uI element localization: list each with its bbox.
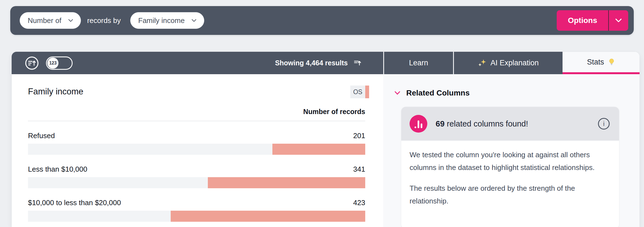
related-columns-header[interactable]: Related Columns bbox=[393, 89, 640, 97]
tab-ai-explanation-label: AI Explanation bbox=[490, 59, 539, 67]
sparkles-icon bbox=[478, 59, 487, 68]
column-type-badge[interactable]: OS bbox=[350, 86, 369, 98]
category-value: 341 bbox=[353, 165, 365, 174]
chart-pane: Family income OS Number of records Refus… bbox=[12, 74, 383, 227]
tab-learn-label: Learn bbox=[409, 59, 428, 67]
related-columns-card: 69 related columns found! i We tested th… bbox=[401, 107, 619, 227]
tab-stats[interactable]: Stats bbox=[563, 52, 640, 74]
numeric-toggle-label: 123 bbox=[49, 61, 57, 66]
bar-fill bbox=[208, 177, 365, 188]
bar-chart-icon bbox=[410, 115, 427, 133]
column-type-badge-label: OS bbox=[350, 86, 365, 98]
panel-header: 123 Showing 4,464 results Learn AI Expla… bbox=[12, 52, 640, 74]
sort-icon[interactable] bbox=[25, 56, 39, 70]
related-count-text: 69 related columns found! bbox=[436, 119, 528, 128]
bar-track bbox=[28, 211, 365, 222]
options-split-button: Options bbox=[557, 10, 628, 31]
bar-track bbox=[28, 144, 365, 155]
numeric-format-toggle[interactable]: 123 bbox=[46, 56, 73, 70]
dimension-dropdown-value: Family income bbox=[138, 16, 185, 25]
sort-rows-icon[interactable] bbox=[353, 59, 362, 67]
header-divider bbox=[28, 121, 365, 121]
category-label: Refused bbox=[28, 131, 55, 140]
results-count-text: Showing 4,464 results bbox=[275, 59, 348, 67]
category-value: 423 bbox=[353, 198, 365, 207]
chart-row-line: $10,000 to less than $20,000 423 bbox=[28, 198, 365, 207]
category-value: 201 bbox=[353, 131, 365, 140]
related-card-paragraph: The results below are ordered by the str… bbox=[410, 182, 607, 208]
chart-row-line: Refused 201 bbox=[28, 131, 365, 140]
related-card-body: We tested the column you're looking at a… bbox=[401, 141, 619, 207]
chevron-down-icon bbox=[67, 17, 74, 24]
visual-panel: 123 Showing 4,464 results Learn AI Expla… bbox=[12, 52, 640, 227]
bar-track bbox=[28, 177, 365, 188]
numeric-toggle-knob: 123 bbox=[47, 58, 58, 69]
measure-dropdown[interactable]: Number of bbox=[20, 12, 81, 29]
bar-fill bbox=[272, 144, 365, 155]
chart-row[interactable]: Less than $10,000 341 bbox=[28, 165, 365, 188]
category-label: $10,000 to less than $20,000 bbox=[28, 198, 121, 207]
chart-title-row: Family income OS bbox=[28, 87, 365, 100]
bar-fill bbox=[171, 211, 365, 222]
query-toolbar: Number of records by Family income Optio… bbox=[10, 6, 634, 35]
chart-row[interactable]: Refused 201 bbox=[28, 131, 365, 155]
chevron-down-icon bbox=[191, 17, 197, 24]
related-card-paragraph: We tested the column you're looking at a… bbox=[410, 148, 607, 174]
stats-pane: Related Columns 69 related columns found… bbox=[383, 74, 640, 227]
related-columns-title: Related Columns bbox=[406, 89, 470, 97]
tab-stats-label: Stats bbox=[587, 58, 604, 66]
options-caret-button[interactable] bbox=[609, 10, 628, 31]
options-button-label: Options bbox=[568, 16, 597, 25]
tab-ai-explanation[interactable]: AI Explanation bbox=[454, 52, 563, 74]
measure-dropdown-value: Number of bbox=[28, 16, 61, 25]
tab-learn[interactable]: Learn bbox=[384, 52, 453, 74]
panel-body: Family income OS Number of records Refus… bbox=[12, 74, 640, 227]
info-icon[interactable]: i bbox=[598, 118, 610, 130]
chevron-down-icon bbox=[614, 16, 623, 25]
chevron-down-icon bbox=[393, 89, 401, 97]
options-button[interactable]: Options bbox=[557, 10, 608, 31]
results-header-bar: 123 Showing 4,464 results bbox=[12, 52, 383, 74]
chart-row[interactable]: $10,000 to less than $20,000 423 bbox=[28, 198, 365, 222]
related-card-header: 69 related columns found! i bbox=[401, 107, 619, 141]
dimension-dropdown[interactable]: Family income bbox=[130, 12, 205, 29]
results-count-group: Showing 4,464 results bbox=[275, 59, 362, 67]
column-type-badge-strip bbox=[365, 86, 369, 98]
query-connector-text: records by bbox=[87, 16, 121, 25]
category-label: Less than $10,000 bbox=[28, 165, 87, 174]
value-column-header: Number of records bbox=[28, 108, 365, 116]
chart-title: Family income bbox=[28, 87, 83, 96]
chart-row-line: Less than $10,000 341 bbox=[28, 165, 365, 174]
lightbulb-icon bbox=[608, 58, 615, 66]
chart-rows: Refused 201 Less than $10,000 341 $10,00… bbox=[28, 131, 365, 222]
